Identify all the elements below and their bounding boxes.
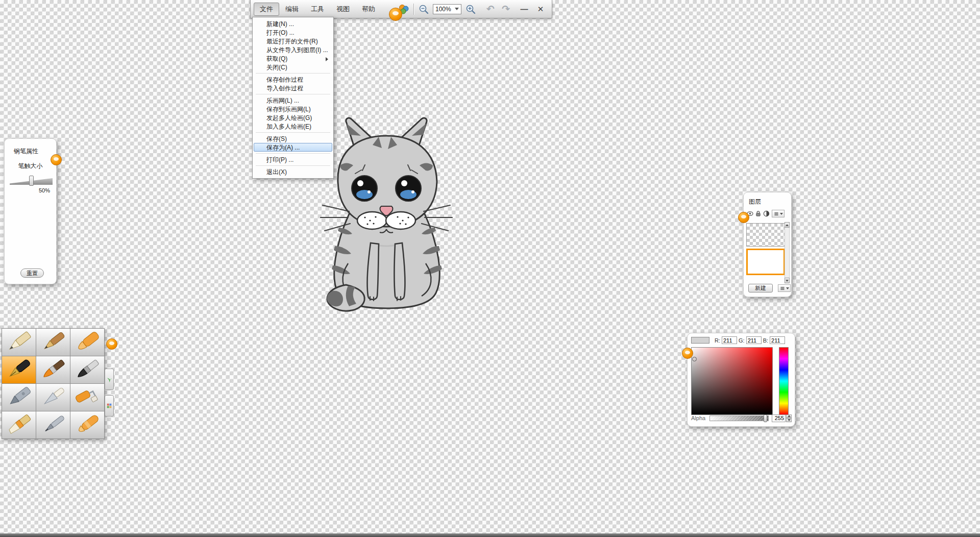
- app-logo-handle[interactable]: [389, 8, 402, 21]
- alpha-slider-thumb[interactable]: [764, 414, 767, 422]
- bottom-edge-bar: [0, 533, 980, 537]
- menu-item-import-to-layer[interactable]: 从文件导入到图层(I) ...: [254, 45, 332, 54]
- tool-pencil[interactable]: [2, 329, 36, 356]
- menubar-item-tools[interactable]: 工具: [305, 3, 330, 16]
- layers-scrollbar[interactable]: [785, 222, 790, 283]
- drawing-app-screen: { "menubar": { "items": ["文件", "编辑", "工具…: [0, 0, 980, 537]
- b-label: B:: [763, 337, 768, 344]
- pen-panel-drag-handle[interactable]: [51, 154, 62, 165]
- marker-icon: [72, 331, 102, 354]
- tool-marker[interactable]: [70, 329, 104, 356]
- color-picker-cursor[interactable]: [692, 357, 697, 361]
- reset-button[interactable]: 重置: [20, 268, 44, 278]
- menu-item-import-creation-process[interactable]: 导入创作过程: [254, 84, 332, 92]
- menu-item-start-multiplayer-drawing[interactable]: 发起多人绘画(G): [254, 113, 332, 122]
- alpha-spinner: [786, 414, 792, 422]
- liner-pen-icon: [38, 413, 68, 436]
- paint-roller-icon: [72, 386, 102, 409]
- saturation-value-picker[interactable]: [691, 347, 773, 415]
- color-panel: R: G: B: Alpha: [687, 333, 795, 427]
- spin-down-icon: [788, 419, 791, 421]
- orange-brush-icon: [38, 358, 68, 381]
- menubar-item-help[interactable]: 帮助: [356, 3, 381, 16]
- alpha-spin-down-button[interactable]: [786, 418, 792, 422]
- tool-flat-brush[interactable]: [2, 411, 36, 438]
- current-color-swatch[interactable]: [691, 337, 709, 344]
- scroll-up-button[interactable]: [785, 222, 790, 228]
- canvas[interactable]: [312, 114, 463, 316]
- tool-paint-roller[interactable]: [70, 384, 104, 411]
- menu-item-join-multiplayer-drawing[interactable]: 加入多人绘画(E): [254, 122, 332, 131]
- menu-item-save-as[interactable]: 保存为(A) ...: [254, 143, 332, 152]
- zoom-caret-icon: [455, 8, 459, 10]
- menu-item-new[interactable]: 新建(N) ...: [254, 19, 332, 28]
- minimize-button[interactable]: —: [516, 5, 532, 13]
- layer-mode-select[interactable]: [772, 210, 785, 217]
- menu-item-open[interactable]: 打开(O) ...: [254, 28, 332, 37]
- menubar-item-edit[interactable]: 编辑: [279, 3, 305, 16]
- scroll-down-icon: [786, 280, 789, 282]
- brush-size-slider[interactable]: [10, 176, 52, 186]
- b-input[interactable]: [770, 336, 785, 344]
- tool-crayon[interactable]: [70, 411, 104, 438]
- scroll-down-button[interactable]: [785, 278, 790, 283]
- menu-separator: [256, 153, 330, 154]
- color-panel-drag-handle[interactable]: [682, 348, 693, 359]
- tool-fountain-pen[interactable]: [2, 356, 36, 383]
- tool-palette-knife[interactable]: [36, 384, 70, 411]
- menu-item-print[interactable]: 打印(P) ...: [254, 155, 332, 164]
- layer-item-transparent[interactable]: [746, 223, 785, 247]
- layer-item-selected[interactable]: [746, 249, 785, 275]
- tools-palette-drag-handle[interactable]: [106, 338, 117, 350]
- tools-grid: [2, 328, 105, 439]
- menu-separator: [256, 73, 330, 74]
- alpha-spin-up-button[interactable]: [786, 414, 792, 419]
- menu-item-acquire[interactable]: 获取(Q): [254, 54, 332, 63]
- menu-item-save-creation-process[interactable]: 保存创作过程: [254, 75, 332, 84]
- tool-airbrush[interactable]: [2, 384, 36, 411]
- undo-icon[interactable]: ↶: [483, 3, 498, 15]
- menu-separator: [256, 132, 330, 133]
- menubar-item-file[interactable]: 文件: [254, 3, 279, 16]
- menu-item-acquire-label: 获取(Q): [266, 55, 287, 62]
- alpha-slider[interactable]: [709, 416, 769, 421]
- cat-drawing: [312, 114, 463, 316]
- hue-bar[interactable]: [779, 347, 789, 415]
- tool-orange-brush[interactable]: [36, 356, 70, 383]
- layers-menu-button[interactable]: [778, 284, 791, 292]
- scrollbar-track[interactable]: [785, 228, 790, 278]
- tool-ink-brush[interactable]: [70, 356, 104, 383]
- pencil-icon: [4, 331, 34, 354]
- menu-item-save[interactable]: 保存(S): [254, 134, 332, 143]
- magnifier-minus-graphic: [419, 4, 429, 14]
- palette-knife-icon: [38, 386, 68, 409]
- menu-item-recent-files[interactable]: 最近打开的文件(R): [254, 37, 332, 45]
- blend-icon[interactable]: [763, 210, 770, 217]
- tool-liner-pen[interactable]: [36, 411, 70, 438]
- menu-item-lehua-site[interactable]: 乐画网(L) ...: [254, 96, 332, 105]
- r-input[interactable]: [722, 336, 737, 344]
- zoom-level-select[interactable]: 100%: [433, 4, 461, 14]
- g-input[interactable]: [746, 336, 762, 344]
- zoom-in-icon[interactable]: [464, 3, 477, 16]
- side-tool-button-1[interactable]: [105, 369, 114, 390]
- ink-brush-icon: [72, 358, 102, 381]
- lock-icon[interactable]: [755, 210, 762, 217]
- side-tool-button-2[interactable]: [105, 395, 114, 417]
- menu-item-save-to-lehua[interactable]: 保存到乐画网(L): [254, 105, 332, 113]
- menu-item-exit[interactable]: 退出(X): [254, 167, 332, 176]
- new-layer-button[interactable]: 新建: [748, 284, 773, 292]
- layers-panel-drag-handle[interactable]: [738, 212, 749, 223]
- redo-icon[interactable]: ↷: [498, 3, 513, 15]
- tool-nib-pen[interactable]: [36, 329, 70, 356]
- rgb-row: R: G: B:: [688, 333, 795, 344]
- brush-size-slider-thumb[interactable]: [29, 176, 34, 186]
- menubar-item-view[interactable]: 视图: [330, 3, 356, 16]
- close-button[interactable]: ✕: [532, 5, 549, 14]
- alpha-input[interactable]: [772, 414, 786, 422]
- menu-separator: [256, 94, 330, 94]
- sprout-icon: [106, 376, 113, 383]
- menu-item-close-file[interactable]: 关闭(C): [254, 63, 332, 71]
- zoom-out-icon[interactable]: [417, 3, 430, 16]
- pen-panel-title: 钢笔属性: [5, 139, 56, 156]
